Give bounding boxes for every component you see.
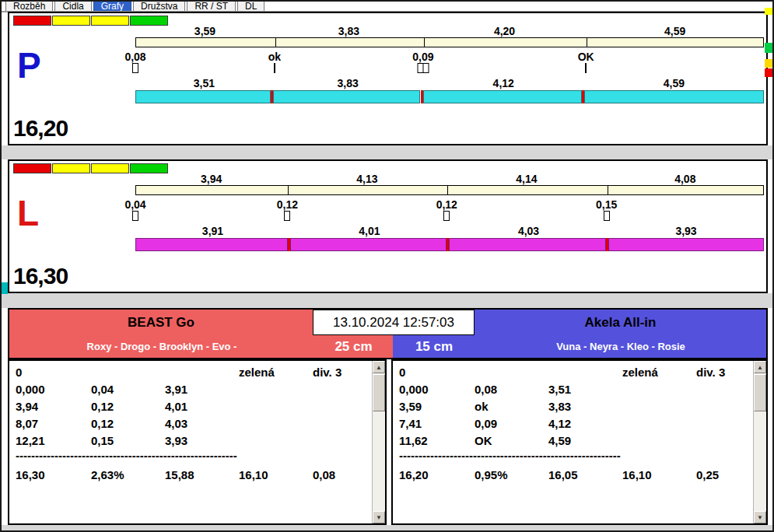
cell: 3,83 — [548, 400, 622, 413]
tab-4[interactable]: Družstva — [133, 2, 185, 11]
cell: 3,93 — [165, 434, 239, 447]
cell: 4,01 — [165, 400, 239, 413]
table-row: 16,302,63%15,8816,100,08 — [9, 464, 372, 485]
edge-artifact — [2, 282, 8, 294]
gap-time-label: OK — [578, 51, 594, 63]
scroll-up-icon: ▲ — [376, 364, 382, 371]
cell: 0 — [399, 366, 475, 379]
result-tables: 0zelenádiv. 30,0000,043,913,940,124,018,… — [8, 359, 768, 525]
cell: div. 3 — [696, 366, 725, 379]
cell: 16,05 — [548, 468, 622, 481]
segment-bar-block — [584, 90, 764, 103]
scrollbar-thumb[interactable] — [373, 374, 385, 411]
segment-divider — [447, 238, 449, 251]
table-row: 12,210,153,93 — [9, 432, 372, 449]
gap-time-label: 0,12 — [277, 198, 298, 211]
table-row: 8,070,124,03 — [9, 415, 372, 432]
side-letter: P — [17, 47, 41, 83]
cell: ok — [475, 400, 548, 413]
table-row: 11,62OK4,59 — [393, 432, 753, 449]
table-row: 7,410,094,12 — [393, 415, 753, 432]
split-time-label: 4,08 — [674, 173, 695, 185]
segment-bar-block — [449, 238, 606, 251]
edge-artifact — [765, 43, 772, 53]
results-table-left: 0zelenádiv. 30,0000,043,913,940,124,018,… — [8, 359, 387, 525]
bar-divider — [288, 186, 289, 194]
segment-divider — [421, 90, 423, 103]
gap-mark-box-icon — [132, 211, 138, 221]
gap-mark-box-icon — [604, 211, 610, 221]
table-row: 16,200,95%16,0516,100,25 — [393, 464, 753, 485]
scrollbar-thumb[interactable] — [754, 374, 766, 411]
cell: 0,000 — [16, 383, 91, 396]
tab-2[interactable]: Čidla — [54, 2, 91, 11]
cell: 3,59 — [399, 400, 475, 413]
cell: 16,20 — [399, 468, 475, 481]
run-panel-left: L 16,30 3,940,044,130,124,140,124,080,15… — [8, 159, 768, 293]
cell: 3,94 — [16, 400, 91, 413]
cell: 16,10 — [239, 468, 313, 481]
tab-6[interactable]: DL — [237, 2, 264, 11]
table-row: 0zelenádiv. 3 — [9, 363, 372, 380]
status-light — [13, 16, 51, 26]
segment-time-label: 3,83 — [337, 77, 358, 89]
segment-time-label: 4,12 — [493, 77, 514, 89]
edge-artifact — [765, 59, 772, 68]
gap-mark-box-icon — [443, 211, 450, 221]
cell: 4,03 — [165, 417, 239, 430]
scroll-up-button[interactable]: ▲ — [754, 361, 766, 373]
cell: 0,12 — [91, 400, 165, 413]
team-members-right: Vuna - Neyra - Kleo - Rosie — [475, 335, 766, 358]
table-scrollbar[interactable]: ▲ ▼ — [372, 361, 385, 523]
split-time-label: 3,59 — [194, 25, 215, 37]
jump-height-left: 25 cm — [314, 335, 393, 358]
gap-mark-dbox-icon — [417, 63, 429, 73]
team-name-right: Akela All-in — [475, 310, 766, 335]
cell: OK — [475, 434, 548, 447]
split-time-label: 3,94 — [201, 173, 222, 185]
run-panel-right: P 16,20 3,590,083,83ok4,200,094,59OK3,51… — [8, 12, 768, 145]
jump-height-right: 15 cm — [393, 335, 475, 358]
segment-bar-block — [135, 90, 271, 103]
segment-time-label: 4,03 — [518, 225, 539, 237]
team-banner-left: Roxy - Drogo - Brooklyn - Evo - 25 cm — [9, 335, 393, 358]
bar-divider — [447, 186, 448, 194]
segment-divider — [271, 90, 273, 103]
teams-header-row1: BEAST Go 13.10.2024 12:57:03 Akela All-i… — [9, 310, 766, 335]
status-light — [130, 16, 168, 26]
gap-time-label: 0,12 — [436, 198, 457, 211]
tab-5[interactable]: RR / ST — [187, 2, 236, 11]
split-time-label: 4,20 — [494, 25, 515, 37]
cell: 0,09 — [475, 417, 548, 430]
cell: 0,000 — [399, 383, 475, 396]
tab-3[interactable]: Grafy — [93, 2, 131, 11]
segment-divider — [288, 238, 290, 251]
table-body: 0zelenádiv. 30,0000,083,513,59ok3,837,41… — [393, 363, 753, 522]
cell: 0,04 — [91, 383, 165, 396]
segment-bar — [135, 238, 764, 251]
segment-time-label: 4,01 — [359, 225, 380, 237]
scroll-down-button[interactable]: ▼ — [373, 511, 385, 523]
cell: 0,08 — [475, 383, 548, 396]
segment-time-label: 3,91 — [202, 225, 223, 237]
cell: div. 3 — [313, 366, 341, 379]
segment-bar-block — [423, 90, 582, 103]
gap-mark-tick-icon — [585, 63, 587, 73]
results-table-right: 0zelenádiv. 30,0000,083,513,59ok3,837,41… — [391, 359, 768, 525]
dashed-separator: ----------------------------------------… — [393, 449, 621, 462]
gap-time-label: 0,08 — [124, 51, 145, 63]
table-scrollbar[interactable]: ▲ ▼ — [753, 361, 766, 523]
gap-time-label: 0,04 — [124, 198, 145, 211]
bar-divider — [424, 38, 425, 47]
cell: 0 — [16, 366, 91, 379]
tab-1[interactable]: Rozběh — [5, 2, 53, 11]
segment-bar-block — [135, 238, 288, 251]
scroll-up-button[interactable]: ▲ — [373, 361, 385, 373]
scroll-down-button[interactable]: ▼ — [754, 511, 766, 523]
reference-bar — [135, 37, 764, 47]
panel-gap — [2, 293, 772, 308]
cell: 2,63% — [91, 468, 165, 481]
cell: zelená — [239, 366, 313, 379]
segment-time-label: 3,93 — [675, 225, 696, 237]
segment-divider — [582, 90, 584, 103]
